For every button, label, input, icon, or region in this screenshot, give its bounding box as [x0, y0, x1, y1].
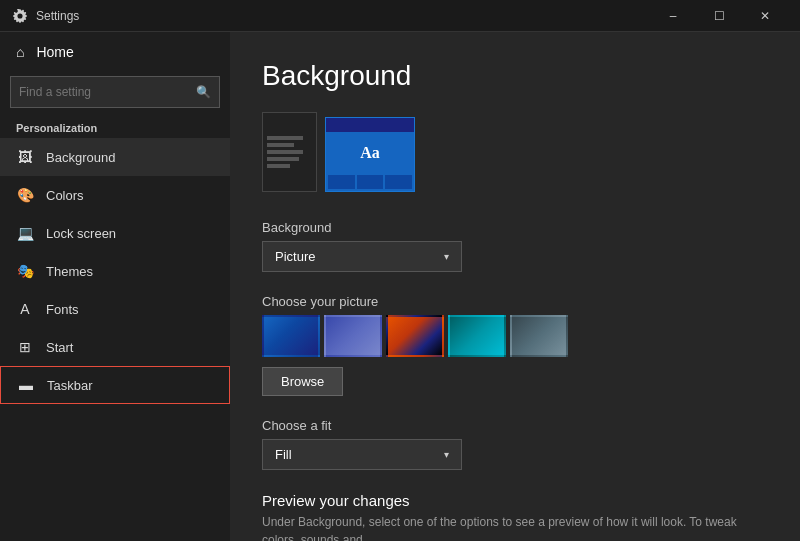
- sidebar-item-home[interactable]: ⌂ Home: [0, 32, 230, 72]
- picture-thumb-2[interactable]: [324, 315, 382, 357]
- fit-dropdown[interactable]: Fill ▾: [262, 439, 462, 470]
- preview-main-content: Aa: [326, 132, 414, 173]
- preview-tile-1: [328, 175, 355, 189]
- thumbnail-lines: [263, 113, 316, 191]
- picture-thumb-1[interactable]: [262, 315, 320, 357]
- sidebar-item-taskbar[interactable]: ▬ Taskbar: [0, 366, 230, 404]
- preview-aa-text: Aa: [360, 144, 380, 162]
- fit-dropdown-value: Fill: [275, 447, 292, 462]
- page-title: Background: [262, 60, 768, 92]
- close-button[interactable]: ✕: [742, 0, 788, 32]
- preview-line-4: [267, 157, 299, 161]
- home-icon: ⌂: [16, 44, 24, 60]
- picture-grid: [262, 315, 768, 357]
- app-title: Settings: [36, 9, 650, 23]
- thumbnail-main: Aa: [325, 117, 415, 192]
- sidebar-item-start[interactable]: ⊞ Start: [0, 328, 230, 366]
- fit-label: Choose a fit: [262, 418, 768, 433]
- preview-line-5: [267, 164, 290, 168]
- sidebar-home-label: Home: [36, 44, 73, 60]
- colors-icon: 🎨: [16, 187, 34, 203]
- fonts-icon: A: [16, 301, 34, 317]
- preview-thumbnails: Aa: [262, 112, 768, 192]
- titlebar: Settings – ☐ ✕: [0, 0, 800, 32]
- sidebar-item-lock-screen[interactable]: 💻 Lock screen: [0, 214, 230, 252]
- sidebar-item-themes[interactable]: 🎭 Themes: [0, 252, 230, 290]
- main-layout: ⌂ Home 🔍 Personalization 🖼 Background 🎨 …: [0, 32, 800, 541]
- fit-section: Choose a fit Fill ▾: [262, 418, 768, 470]
- preview-line-1: [267, 136, 303, 140]
- preview-changes-text: Under Background, select one of the opti…: [262, 513, 768, 541]
- background-dropdown[interactable]: Picture ▾: [262, 241, 462, 272]
- sidebar-item-colors[interactable]: 🎨 Colors: [0, 176, 230, 214]
- preview-main-bottom: [326, 173, 414, 191]
- sidebar-item-lock-screen-label: Lock screen: [46, 226, 116, 241]
- preview-changes-title: Preview your changes: [262, 492, 768, 509]
- sidebar-item-background[interactable]: 🖼 Background: [0, 138, 230, 176]
- choose-picture-label: Choose your picture: [262, 294, 768, 309]
- search-input[interactable]: [19, 85, 196, 99]
- sidebar-item-fonts-label: Fonts: [46, 302, 79, 317]
- thumbnail-small: [262, 112, 317, 192]
- taskbar-icon: ▬: [17, 377, 35, 393]
- background-icon: 🖼: [16, 149, 34, 165]
- preview-section: Preview your changes Under Background, s…: [262, 492, 768, 541]
- choose-picture-section: Choose your picture Browse: [262, 294, 768, 396]
- preview-main-top: [326, 118, 414, 132]
- sidebar-item-start-label: Start: [46, 340, 73, 355]
- sidebar-item-taskbar-label: Taskbar: [47, 378, 93, 393]
- search-icon: 🔍: [196, 85, 211, 99]
- window-controls: – ☐ ✕: [650, 0, 788, 32]
- picture-thumb-5[interactable]: [510, 315, 568, 357]
- sidebar-item-fonts[interactable]: A Fonts: [0, 290, 230, 328]
- settings-app-icon: [12, 8, 28, 24]
- maximize-button[interactable]: ☐: [696, 0, 742, 32]
- preview-line-3: [267, 150, 303, 154]
- preview-line-2: [267, 143, 294, 147]
- sidebar-item-background-label: Background: [46, 150, 115, 165]
- minimize-button[interactable]: –: [650, 0, 696, 32]
- sidebar-section-label: Personalization: [0, 116, 230, 138]
- background-dropdown-arrow: ▾: [444, 251, 449, 262]
- background-dropdown-value: Picture: [275, 249, 315, 264]
- browse-button[interactable]: Browse: [262, 367, 343, 396]
- sidebar-item-themes-label: Themes: [46, 264, 93, 279]
- sidebar-item-colors-label: Colors: [46, 188, 84, 203]
- fit-dropdown-arrow: ▾: [444, 449, 449, 460]
- background-dropdown-label: Background: [262, 220, 768, 235]
- start-icon: ⊞: [16, 339, 34, 355]
- preview-tile-3: [385, 175, 412, 189]
- search-box[interactable]: 🔍: [10, 76, 220, 108]
- sidebar: ⌂ Home 🔍 Personalization 🖼 Background 🎨 …: [0, 32, 230, 541]
- preview-tile-2: [357, 175, 384, 189]
- content-area: Background Aa: [230, 32, 800, 541]
- background-section: Background Picture ▾: [262, 220, 768, 272]
- picture-thumb-3[interactable]: [386, 315, 444, 357]
- picture-thumb-4[interactable]: [448, 315, 506, 357]
- themes-icon: 🎭: [16, 263, 34, 279]
- lock-screen-icon: 💻: [16, 225, 34, 241]
